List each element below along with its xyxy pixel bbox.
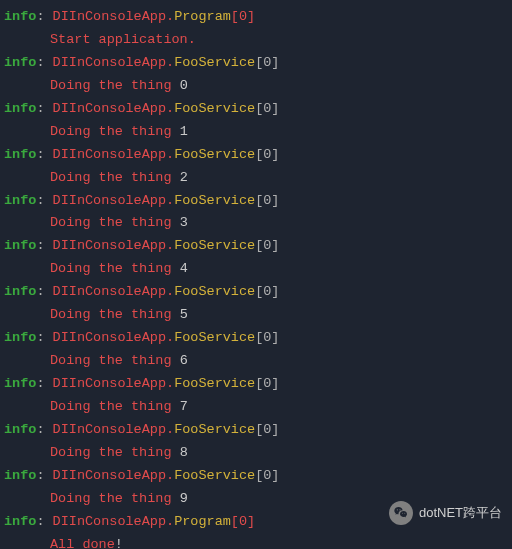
log-dot: . xyxy=(166,514,174,529)
log-colon: : xyxy=(36,101,52,116)
log-namespace: DIInConsoleApp xyxy=(53,9,166,24)
log-index: [0] xyxy=(255,330,279,345)
log-header-line: info: DIInConsoleApp.FooService[0] xyxy=(4,373,508,396)
log-entry: info: DIInConsoleApp.FooService[0]Doing … xyxy=(4,419,508,465)
log-header-line: info: DIInConsoleApp.FooService[0] xyxy=(4,52,508,75)
log-message-number: 7 xyxy=(180,399,188,414)
log-header-line: info: DIInConsoleApp.FooService[0] xyxy=(4,190,508,213)
log-message: All done! xyxy=(4,534,508,549)
wechat-icon xyxy=(389,501,413,525)
log-dot: . xyxy=(166,468,174,483)
log-header-line: info: DIInConsoleApp.FooService[0] xyxy=(4,465,508,488)
log-class: FooService xyxy=(174,468,255,483)
log-message-text: Doing the thing xyxy=(50,353,180,368)
log-message-text: Doing the thing xyxy=(50,78,180,93)
log-message: Doing the thing 2 xyxy=(4,167,508,190)
log-index: [0] xyxy=(255,422,279,437)
log-message: Doing the thing 6 xyxy=(4,350,508,373)
log-namespace: DIInConsoleApp xyxy=(53,55,166,70)
watermark-text: dotNET跨平台 xyxy=(419,504,502,522)
log-colon: : xyxy=(36,147,52,162)
log-message-text: Doing the thing xyxy=(50,261,180,276)
log-level: info xyxy=(4,55,36,70)
log-colon: : xyxy=(36,376,52,391)
log-message-text: Doing the thing xyxy=(50,215,180,230)
log-class: FooService xyxy=(174,330,255,345)
log-namespace: DIInConsoleApp xyxy=(53,284,166,299)
log-class: FooService xyxy=(174,101,255,116)
log-message: Doing the thing 5 xyxy=(4,304,508,327)
log-message: Doing the thing 8 xyxy=(4,442,508,465)
log-level: info xyxy=(4,9,36,24)
log-level: info xyxy=(4,238,36,253)
log-dot: . xyxy=(166,422,174,437)
log-index: [0] xyxy=(231,514,255,529)
log-entry: info: DIInConsoleApp.FooService[0]Doing … xyxy=(4,98,508,144)
log-message-number: 8 xyxy=(180,445,188,460)
log-colon: : xyxy=(36,284,52,299)
log-message: Start application. xyxy=(4,29,508,52)
log-dot: . xyxy=(166,330,174,345)
log-dot: . xyxy=(166,101,174,116)
log-message-text: Doing the thing xyxy=(50,307,180,322)
log-entry: info: DIInConsoleApp.FooService[0]Doing … xyxy=(4,52,508,98)
log-message-text: Start application. xyxy=(50,32,196,47)
log-index: [0] xyxy=(255,376,279,391)
log-level: info xyxy=(4,468,36,483)
log-namespace: DIInConsoleApp xyxy=(53,147,166,162)
log-level: info xyxy=(4,514,36,529)
log-namespace: DIInConsoleApp xyxy=(53,468,166,483)
console-output: info: DIInConsoleApp.Program[0]Start app… xyxy=(0,0,512,549)
log-entry: info: DIInConsoleApp.FooService[0]Doing … xyxy=(4,281,508,327)
log-dot: . xyxy=(166,147,174,162)
log-index: [0] xyxy=(255,101,279,116)
log-header-line: info: DIInConsoleApp.Program[0] xyxy=(4,6,508,29)
log-level: info xyxy=(4,147,36,162)
log-level: info xyxy=(4,422,36,437)
log-colon: : xyxy=(36,238,52,253)
log-index: [0] xyxy=(255,468,279,483)
log-message-number: 9 xyxy=(180,491,188,506)
log-class: FooService xyxy=(174,376,255,391)
log-message-number: 6 xyxy=(180,353,188,368)
log-message: Doing the thing 7 xyxy=(4,396,508,419)
log-message-text: Doing the thing xyxy=(50,445,180,460)
log-namespace: DIInConsoleApp xyxy=(53,330,166,345)
log-colon: : xyxy=(36,330,52,345)
log-index: [0] xyxy=(255,238,279,253)
log-dot: . xyxy=(166,376,174,391)
log-colon: : xyxy=(36,193,52,208)
log-namespace: DIInConsoleApp xyxy=(53,376,166,391)
log-message-text: Doing the thing xyxy=(50,491,180,506)
log-entry: info: DIInConsoleApp.FooService[0]Doing … xyxy=(4,373,508,419)
log-header-line: info: DIInConsoleApp.FooService[0] xyxy=(4,419,508,442)
log-level: info xyxy=(4,193,36,208)
log-dot: . xyxy=(166,193,174,208)
log-namespace: DIInConsoleApp xyxy=(53,193,166,208)
log-message-text: All done xyxy=(50,537,115,549)
log-message: Doing the thing 1 xyxy=(4,121,508,144)
log-message-excl: ! xyxy=(115,537,123,549)
log-entry: info: DIInConsoleApp.FooService[0]Doing … xyxy=(4,144,508,190)
log-class: Program xyxy=(174,514,231,529)
log-message-number: 3 xyxy=(180,215,188,230)
log-message: Doing the thing 0 xyxy=(4,75,508,98)
log-colon: : xyxy=(36,9,52,24)
log-index: [0] xyxy=(255,55,279,70)
log-message: Doing the thing 4 xyxy=(4,258,508,281)
log-level: info xyxy=(4,376,36,391)
log-class: FooService xyxy=(174,147,255,162)
log-dot: . xyxy=(166,9,174,24)
log-header-line: info: DIInConsoleApp.FooService[0] xyxy=(4,281,508,304)
log-message: Doing the thing 3 xyxy=(4,212,508,235)
log-class: FooService xyxy=(174,422,255,437)
log-index: [0] xyxy=(231,9,255,24)
log-message-text: Doing the thing xyxy=(50,124,180,139)
log-namespace: DIInConsoleApp xyxy=(53,101,166,116)
log-namespace: DIInConsoleApp xyxy=(53,422,166,437)
log-index: [0] xyxy=(255,193,279,208)
log-message-text: Doing the thing xyxy=(50,170,180,185)
log-class: FooService xyxy=(174,193,255,208)
log-class: FooService xyxy=(174,284,255,299)
log-message-number: 5 xyxy=(180,307,188,322)
